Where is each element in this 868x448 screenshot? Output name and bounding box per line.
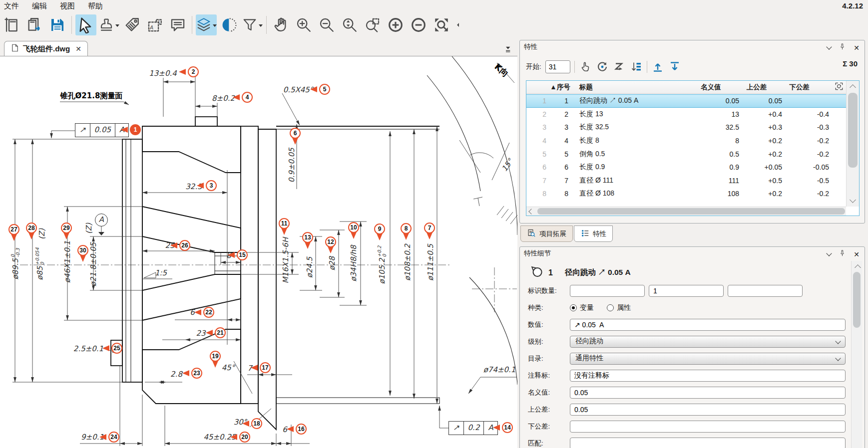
column-header-序号[interactable]: ▲序号 (526, 83, 570, 92)
scrollbar-thumb[interactable] (537, 208, 845, 215)
id-count-input[interactable] (570, 285, 645, 297)
table-row[interactable]: 88直径 Ø 108108+0.2-0.2 (526, 187, 846, 201)
z-order-button[interactable] (613, 60, 626, 73)
table-vertical-scrollbar[interactable] (846, 81, 859, 207)
tab-list-menu-icon[interactable] (503, 44, 514, 55)
id-count-input[interactable] (728, 285, 803, 297)
column-header-标题[interactable]: 标题 (570, 83, 696, 92)
dropdown-arrow-icon[interactable] (115, 24, 119, 29)
balloon-12[interactable]: 12 (325, 236, 336, 247)
dropdown-arrow-icon[interactable] (259, 24, 263, 29)
table-row[interactable]: 44长度 88+0.2-0.2 (526, 134, 846, 148)
scroll-left-icon[interactable] (528, 209, 534, 214)
scrollbar-thumb[interactable] (853, 272, 861, 328)
details-vertical-scrollbar[interactable] (851, 261, 862, 448)
pin-icon[interactable] (839, 43, 846, 52)
balloon-23[interactable]: 23 (191, 368, 202, 379)
decrease-button[interactable] (408, 14, 429, 35)
table-row[interactable]: 33长度 32.532.5+0.3-0.3 (526, 121, 846, 134)
balloon-30[interactable]: 30 (77, 245, 88, 256)
menu-item-编辑[interactable]: 编辑 (32, 1, 47, 11)
zoom-extents-button[interactable] (339, 14, 360, 35)
region-select-button[interactable]: A1 (144, 14, 165, 35)
select-目录:[interactable]: 通用特性 (570, 353, 846, 365)
drawing-canvas[interactable]: .ol{stroke:#111;stroke-width:1.8;fill:no… (0, 56, 517, 448)
chevron-down-icon[interactable] (827, 250, 832, 256)
hand-pointer-button[interactable] (579, 60, 592, 73)
filter-button[interactable] (242, 14, 263, 35)
tab-项目拓展[interactable]: 项目拓展 (520, 225, 573, 242)
column-header-下公差[interactable]: 下公差 (784, 83, 831, 92)
balloon-29[interactable]: 29 (61, 223, 72, 233)
table-row[interactable]: 22长度 1313+0.4-0.4 (526, 108, 846, 121)
balloon-17[interactable]: 17 (260, 362, 271, 373)
balloon-19[interactable]: 19 (210, 351, 221, 362)
increase-button[interactable] (385, 14, 406, 35)
balloon-26[interactable]: 26 (179, 240, 190, 251)
table-row[interactable]: 55倒角 0.50.5+0.2-0.2 (526, 147, 846, 161)
sort-list-button[interactable] (630, 60, 643, 73)
rotate-button[interactable] (596, 60, 609, 73)
import-down-button[interactable] (668, 60, 681, 73)
balloon-2[interactable]: 2 (188, 66, 199, 77)
dropdown-arrow-icon[interactable] (213, 24, 217, 29)
export-up-button[interactable] (651, 60, 664, 73)
section-view-button[interactable] (219, 14, 240, 35)
balloon-5[interactable]: 5 (319, 84, 330, 95)
tab-close-icon[interactable]: ✕ (75, 45, 81, 53)
column-header-上公差[interactable]: 上公差 (742, 83, 785, 92)
balloon-20[interactable]: 20 (239, 432, 250, 443)
table-row[interactable]: 77直径 Ø 111111+0.5-0.5 (526, 174, 846, 188)
tag-button[interactable] (121, 14, 142, 35)
input-匹配:[interactable] (570, 438, 846, 448)
document-tab[interactable]: 飞轮组件.dwg ✕ (4, 41, 88, 56)
refresh-selection-icon[interactable] (834, 81, 846, 93)
pin-icon[interactable] (839, 249, 846, 259)
chevron-down-icon[interactable] (827, 44, 832, 49)
open-document-button[interactable] (24, 14, 45, 35)
id-count-input[interactable] (649, 285, 724, 297)
zoom-in-button[interactable] (293, 14, 314, 35)
stamp-button[interactable] (98, 14, 119, 35)
balloon-3[interactable]: 3 (206, 180, 217, 191)
radio-变量[interactable]: 变量 (570, 303, 594, 312)
save-button[interactable] (47, 14, 68, 35)
scroll-up-icon[interactable] (855, 264, 861, 271)
balloon-25[interactable]: 25 (111, 343, 122, 354)
zoom-window-button[interactable] (362, 14, 383, 35)
balloon-15[interactable]: 15 (237, 249, 248, 260)
balloon-18[interactable]: 18 (251, 418, 262, 429)
balloon-13[interactable]: 13 (302, 232, 313, 243)
close-icon[interactable]: ✕ (854, 44, 860, 51)
balloon-16[interactable]: 16 (296, 424, 307, 435)
balloon-6[interactable]: 6 (290, 128, 301, 139)
balloon-11[interactable]: 11 (279, 218, 290, 229)
menu-item-视图[interactable]: 视图 (60, 1, 75, 11)
input-注释标:[interactable] (570, 370, 846, 382)
layers-button[interactable] (196, 14, 217, 35)
comment-button[interactable] (167, 14, 188, 35)
scroll-down-icon[interactable] (850, 197, 856, 203)
start-input[interactable] (545, 60, 570, 73)
balloon-22[interactable]: 22 (203, 307, 214, 318)
tab-特性[interactable]: 特性 (574, 225, 613, 242)
input-下公差:[interactable] (570, 421, 846, 433)
zoom-out-button[interactable] (316, 14, 337, 35)
balloon-14[interactable]: 14 (502, 422, 513, 433)
balloon-21[interactable]: 21 (215, 327, 226, 338)
select-级别:[interactable]: 径向跳动 (570, 336, 846, 348)
pan-hand-button[interactable] (270, 14, 291, 35)
balloon-4[interactable]: 4 (242, 92, 253, 103)
collapse-left-button[interactable] (454, 14, 462, 35)
menu-item-文件[interactable]: 文件 (4, 1, 19, 11)
select-cursor-button[interactable] (75, 14, 96, 35)
radio-属性[interactable]: 属性 (607, 303, 631, 312)
balloon-9[interactable]: 9 (374, 224, 385, 234)
balloon-27[interactable]: 27 (8, 224, 19, 235)
scroll-up-icon[interactable] (850, 84, 856, 91)
table-header[interactable]: ▲序号标题名义值上公差下公差 (526, 81, 846, 94)
table-row[interactable]: 11径向跳动 ↗ 0.05 A0.050.05 (526, 94, 846, 108)
input-上公差:[interactable] (570, 404, 846, 416)
table-row[interactable]: 66长度 0.90.9+0.05-0.05 (526, 161, 846, 174)
menu-item-帮助[interactable]: 帮助 (88, 1, 103, 11)
